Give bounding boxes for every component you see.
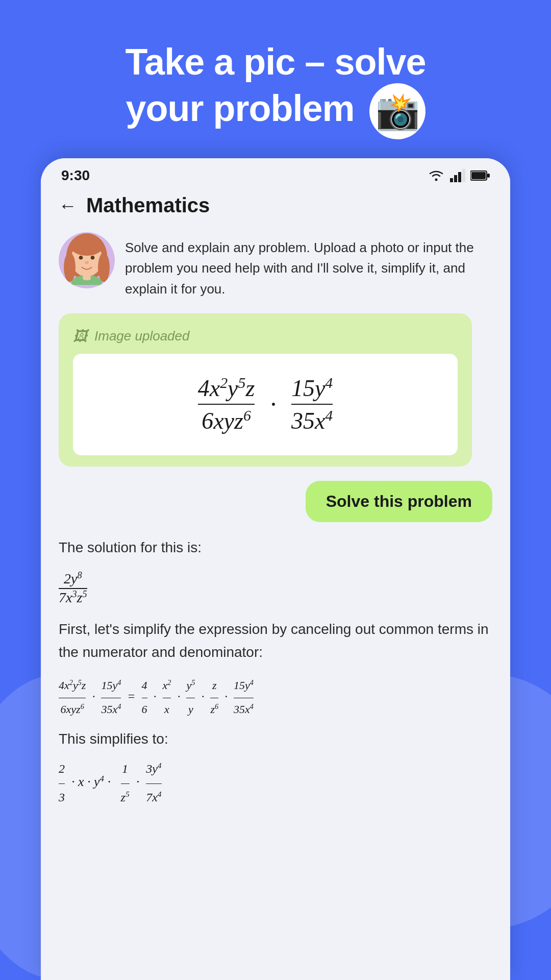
- svg-point-13: [79, 256, 83, 260]
- svg-rect-4: [462, 169, 465, 182]
- image-label: 🖼 Image uploaded: [73, 328, 458, 345]
- status-bar: 9:30: [41, 158, 510, 189]
- svg-rect-2: [454, 175, 457, 182]
- solve-bubble-row: Solve this problem: [59, 481, 492, 522]
- svg-point-11: [98, 253, 110, 282]
- battery-icon: [470, 170, 490, 181]
- signal-icon: [450, 169, 465, 182]
- bot-message-row: Solve and explain any problem. Upload a …: [59, 232, 492, 299]
- top-nav: ← Mathematics: [41, 189, 510, 227]
- solution-prefix: The solution for this is:: [59, 540, 202, 556]
- svg-point-15: [85, 261, 89, 264]
- phone-mockup: 9:30 ← Mat: [41, 158, 510, 980]
- svg-point-10: [64, 253, 76, 282]
- simplifies-label: This simplifies to:: [59, 731, 492, 747]
- step-formula: 4x2y5z 6xyz6 · 15y4 35x4 = 4 6 · x2 x: [59, 674, 492, 721]
- chat-content: Solve and explain any problem. Upload a …: [41, 227, 510, 977]
- header-title: Take a pic – solve your problem 📸: [41, 41, 510, 139]
- status-icons: [428, 169, 490, 182]
- back-button[interactable]: ←: [59, 195, 77, 216]
- svg-rect-7: [471, 172, 486, 179]
- solution-section: The solution for this is: 2y8 7x3z5 Firs…: [59, 534, 492, 816]
- image-upload-bubble: 🖼 Image uploaded 4x2y5z 6xyz6 · 15y4 35x…: [59, 313, 472, 467]
- status-time: 9:30: [61, 167, 90, 184]
- solve-this-problem-bubble[interactable]: Solve this problem: [306, 481, 492, 522]
- math-image-box: 4x2y5z 6xyz6 · 15y4 35x4: [73, 354, 458, 455]
- svg-point-14: [91, 256, 95, 260]
- bot-intro-text: Solve and explain any problem. Upload a …: [125, 232, 492, 299]
- svg-rect-1: [450, 178, 453, 182]
- solution-answer-formula: 2y8 7x3z5: [59, 570, 492, 606]
- header-section: Take a pic – solve your problem 📸: [0, 0, 551, 160]
- svg-rect-6: [487, 174, 490, 178]
- wifi-icon: [428, 169, 445, 182]
- camera-emoji: 📸: [369, 83, 425, 139]
- image-icon: 🖼: [73, 328, 87, 345]
- final-formula: 2 3 · x · y4 · 1 z5 · 3y4 7x4: [59, 755, 492, 811]
- svg-rect-3: [458, 172, 461, 182]
- page-title: Mathematics: [86, 194, 210, 217]
- svg-point-0: [435, 179, 438, 181]
- svg-rect-16: [83, 273, 90, 280]
- svg-point-12: [70, 236, 103, 256]
- math-formula-display: 4x2y5z 6xyz6 · 15y4 35x4: [88, 374, 442, 435]
- explanation-text: First, let's simplify the expression by …: [59, 618, 492, 664]
- bot-avatar: [59, 232, 115, 288]
